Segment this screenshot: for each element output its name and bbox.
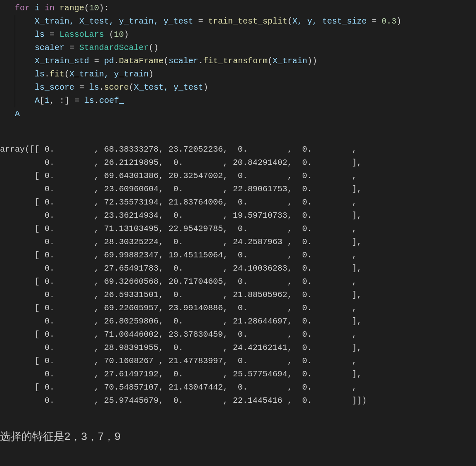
markdown-cell: 选择的特征是2，3，7，9	[0, 416, 476, 449]
code-line-9[interactable]: A	[15, 107, 476, 121]
code-line-2[interactable]: X_train, X_test, y_train, y_test = train…	[15, 15, 476, 28]
code-line-4[interactable]: scaler = StandardScaler()	[15, 41, 476, 55]
output-cell: array([[ 0. , 68.38333278, 23.72052236, …	[0, 135, 476, 416]
code-line-6[interactable]: ls.fit(X_train, y_train)	[15, 68, 476, 81]
keyword-for: for	[15, 3, 30, 13]
keyword-in: in	[45, 3, 54, 13]
code-cell[interactable]: for i in range(10): X_train, X_test, y_t…	[0, 0, 476, 122]
code-line-1[interactable]: for i in range(10):	[15, 2, 476, 15]
code-line-5[interactable]: X_train_std = pd.DataFrame(scaler.fit_tr…	[15, 55, 476, 68]
code-line-3[interactable]: ls = LassoLars (10)	[15, 28, 476, 41]
code-line-8[interactable]: A[i, :] = ls.coef_	[15, 94, 476, 107]
code-line-7[interactable]: ls_score = ls.score(X_test, y_test)	[15, 81, 476, 94]
